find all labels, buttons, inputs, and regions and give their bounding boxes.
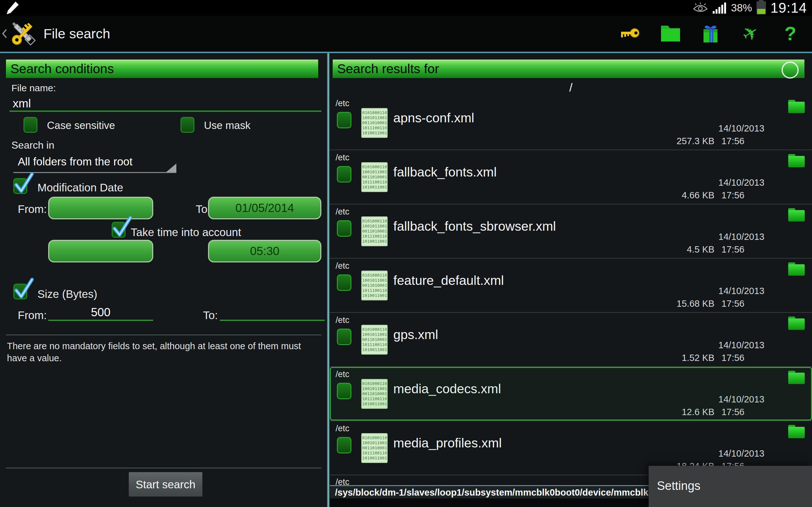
use-mask-checkbox[interactable] <box>181 117 194 133</box>
results-header: Search results for <box>333 59 805 78</box>
page-title: File search <box>44 26 110 42</box>
result-filename[interactable]: fallback_fonts.xml <box>393 165 497 180</box>
xml-file-icon: 0101000110100101100100110100011011100110… <box>361 379 388 409</box>
xml-file-icon: 0101000110100101100100110100011011100110… <box>361 162 388 192</box>
result-row[interactable]: /etc 01010001101001011001001101000110111… <box>330 150 812 205</box>
folder-icon[interactable] <box>788 371 805 384</box>
file-name-input[interactable]: xml <box>13 97 31 110</box>
folder-icon[interactable] <box>788 154 805 167</box>
battery-percent: 38% <box>731 2 752 14</box>
case-sensitive-checkbox[interactable] <box>23 117 38 133</box>
clock: 19:14 <box>770 0 807 16</box>
case-sensitive-label: Case sensitive <box>47 119 115 131</box>
search-in-spinner[interactable]: All folders from the root <box>18 155 133 168</box>
result-filename[interactable]: gps.xml <box>393 327 438 342</box>
size-checkbox[interactable] <box>13 284 27 299</box>
result-date: 14/10/2013 <box>718 123 764 134</box>
result-filename[interactable]: media_profiles.xml <box>393 436 502 451</box>
settings-menu-item[interactable]: Settings <box>649 466 812 493</box>
file-name-label: File name: <box>11 83 56 94</box>
result-date: 14/10/2013 <box>718 286 764 296</box>
smart-stay-eye-icon <box>693 3 708 13</box>
size-from-input[interactable]: 500 <box>48 306 153 319</box>
progress-circle-icon[interactable] <box>781 61 799 78</box>
status-bar: 38% 19:14 <box>0 0 812 16</box>
up-chevron-icon[interactable] <box>2 29 7 39</box>
result-date: 14/10/2013 <box>718 340 764 350</box>
spinner-underline <box>13 172 176 173</box>
result-date: 14/10/2013 <box>718 448 764 459</box>
result-size-time: 4.5 KB17:56 <box>687 244 745 255</box>
result-dir: /etc <box>336 370 350 379</box>
panel-divider[interactable] <box>327 53 330 507</box>
result-row[interactable]: /etc 01010001101001011001001101000110111… <box>330 367 812 421</box>
app-icon[interactable] <box>7 18 39 49</box>
folder-icon[interactable] <box>660 23 681 44</box>
search-conditions-panel: Search conditions File name: xml Case se… <box>0 53 327 507</box>
result-filename[interactable]: feature_default.xml <box>393 273 504 288</box>
result-size-time: 4.66 KB17:56 <box>681 190 745 201</box>
gift-icon[interactable] <box>700 23 721 44</box>
size-from-underline <box>48 320 153 321</box>
result-checkbox[interactable] <box>337 329 351 345</box>
size-to-underline <box>220 320 325 321</box>
result-checkbox[interactable] <box>337 274 351 291</box>
result-checkbox[interactable] <box>337 383 351 399</box>
date-to-button[interactable]: 01/05/2014 <box>208 197 321 219</box>
result-size-time: 257.3 KB17:56 <box>676 136 745 147</box>
settings-popup: Settings <box>649 466 812 507</box>
xml-file-icon: 0101000110100101100100110100011011100110… <box>361 216 388 246</box>
result-row[interactable]: /etc 01010001101001011001001101000110111… <box>330 205 812 259</box>
size-from-label: From: <box>18 309 47 322</box>
file-search-screen: 38% 19:14 <box>0 0 812 507</box>
date-from-button[interactable] <box>48 197 153 219</box>
date-from-label: From: <box>18 203 47 216</box>
key-icon[interactable] <box>620 23 641 44</box>
result-filename[interactable]: media_codecs.xml <box>393 382 501 396</box>
result-filename[interactable]: fallback_fonts_sbrowser.xml <box>393 219 556 234</box>
folder-icon[interactable] <box>788 317 805 330</box>
search-root-path: / <box>330 81 812 95</box>
result-row[interactable]: /etc 01010001101001011001001101000110111… <box>330 96 812 150</box>
result-date: 14/10/2013 <box>718 394 764 405</box>
result-checkbox[interactable] <box>337 112 351 128</box>
result-checkbox[interactable] <box>337 437 351 453</box>
divider <box>6 468 321 468</box>
folder-icon[interactable] <box>788 208 805 222</box>
folder-icon[interactable] <box>788 100 805 113</box>
result-dir: /etc <box>336 153 350 163</box>
time-from-button[interactable] <box>48 240 153 262</box>
result-date: 14/10/2013 <box>718 177 764 188</box>
size-to-label: To: <box>203 309 218 322</box>
result-date: 14/10/2013 <box>718 232 764 242</box>
xml-file-icon: 0101000110100101100100110100011011100110… <box>361 433 388 463</box>
battery-icon <box>757 1 766 14</box>
start-search-button[interactable]: Start search <box>129 472 203 497</box>
use-mask-label: Use mask <box>204 119 251 131</box>
help-icon[interactable]: ? <box>780 23 801 44</box>
result-filename[interactable]: apns-conf.xml <box>393 111 474 125</box>
result-size-time: 15.68 KB17:56 <box>676 298 745 309</box>
take-time-checkbox[interactable] <box>112 222 125 238</box>
mandatory-fields-note: There are no mandatory fields to set, al… <box>7 340 311 364</box>
result-row[interactable]: /etc 01010001101001011001001101000110111… <box>330 259 812 313</box>
result-dir: /etc <box>336 207 350 217</box>
result-dir: /etc <box>336 261 350 271</box>
time-to-button[interactable]: 05:30 <box>208 240 321 262</box>
result-checkbox[interactable] <box>337 166 351 182</box>
results-list: /etc 01010001101001011001001101000110111… <box>330 96 812 475</box>
result-row[interactable]: /etc 01010001101001011001001101000110111… <box>330 313 812 367</box>
result-dir: /etc <box>336 477 350 486</box>
folder-icon[interactable] <box>788 425 805 438</box>
xml-file-icon: 0101000110100101100100110100011011100110… <box>361 325 388 354</box>
airplane-icon[interactable]: ✈ <box>740 23 761 44</box>
pencil-icon <box>5 1 20 15</box>
action-bar: File search <box>0 16 812 51</box>
result-checkbox[interactable] <box>337 220 351 237</box>
take-time-label: Take time into account <box>131 226 241 239</box>
result-dir: /etc <box>336 315 350 325</box>
spinner-arrow-icon[interactable] <box>166 164 176 172</box>
file-name-underline <box>9 111 321 112</box>
modification-date-checkbox[interactable] <box>13 178 27 194</box>
folder-icon[interactable] <box>788 262 805 276</box>
